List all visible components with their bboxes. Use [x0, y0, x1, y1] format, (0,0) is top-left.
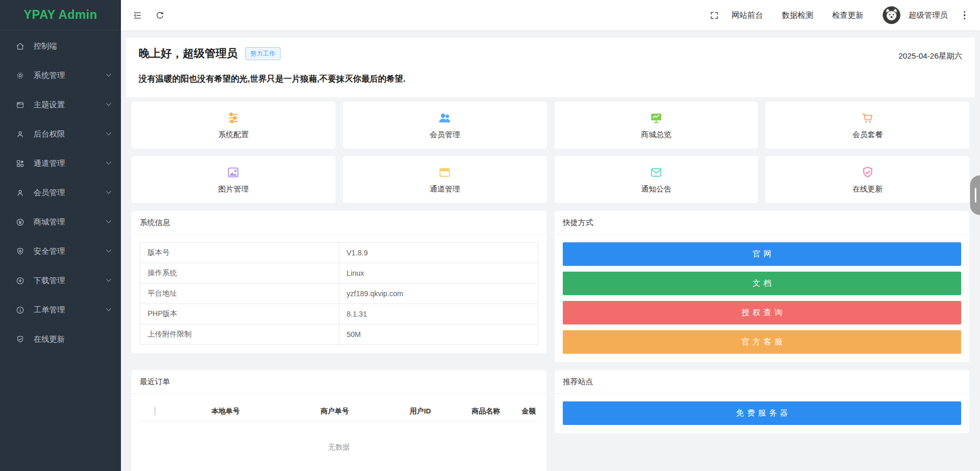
shortcut-card[interactable]: 在线更新	[765, 156, 970, 203]
edge-panel-handle[interactable]	[970, 175, 980, 215]
greeting-title-row: 晚上好，超级管理员 努力工作	[139, 46, 405, 61]
quick-link-button[interactable]: 授权查询	[563, 301, 961, 324]
sidebar-item[interactable]: 系统管理	[0, 61, 121, 90]
chevron-down-icon	[106, 189, 112, 194]
sidebar-item[interactable]: 控制端	[0, 31, 121, 61]
sidebar-item-label: 控制端	[34, 41, 57, 51]
avatar[interactable]	[883, 6, 900, 24]
orders-column-header: 用户ID	[388, 407, 452, 416]
shortcut-card-label: 图片管理	[218, 184, 249, 194]
fullscreen-icon[interactable]	[709, 10, 719, 20]
recent-orders-body: 本地单号商户单号用户ID商品名称金额 无数据	[131, 394, 547, 471]
quick-link-button[interactable]: 官方客服	[563, 330, 961, 354]
shortcut-card[interactable]: 系统配置	[131, 102, 336, 149]
refresh-icon[interactable]	[155, 10, 165, 20]
shortcut-card-label: 商城总览	[641, 130, 671, 140]
system-info-row: PHP版本 8.1.31	[140, 304, 538, 324]
sidebar-item-label: 系统管理	[34, 71, 65, 81]
sidebar-item[interactable]: 在线更新	[0, 324, 121, 354]
chevron-down-icon	[106, 218, 112, 223]
sidebar-item[interactable]: 工单管理	[0, 295, 121, 324]
work-badge: 努力工作	[245, 47, 281, 60]
shortcut-card[interactable]: 通道管理	[343, 156, 547, 203]
sidebar-item-icon	[16, 130, 25, 139]
sidebar-item-label: 后台权限	[34, 129, 65, 139]
quick-links-panel: 快捷方式 官网文档授权查询官方客服	[554, 211, 970, 362]
sidebar-item-label: 主题设置	[34, 100, 65, 110]
topbar: 网站前台数据检测检查更新 超级管理员	[121, 0, 980, 30]
shortcut-card-icon	[861, 111, 875, 125]
panels-row-2: 最近订单 本地单号商户单号用户ID商品名称金额 无数据 推荐站点	[131, 370, 970, 471]
shortcut-card[interactable]: 图片管理	[131, 156, 336, 203]
system-info-row: 上传附件限制 50M	[140, 324, 538, 345]
topbar-link[interactable]: 网站前台	[732, 10, 763, 20]
orders-column-header: 商户单号	[281, 407, 388, 416]
shortcut-card-icon	[438, 111, 452, 125]
topbar-link[interactable]: 检查更新	[832, 10, 864, 20]
orders-table-header: 本地单号商户单号用户ID商品名称金额	[140, 401, 538, 421]
sidebar-item-icon	[16, 42, 25, 51]
page-body: 晚上好，超级管理员 努力工作 没有温暖的阳也没有希望的光,世界只是一片狼藉,不要…	[121, 30, 980, 471]
shortcut-card[interactable]: 会员管理	[343, 102, 547, 149]
system-info-row: 平台地址 yzf189.qkvip.com	[140, 284, 538, 304]
system-info-label: 上传附件限制	[140, 324, 339, 345]
shortcut-card[interactable]: 通知公告	[554, 156, 759, 203]
panels-row-1: 系统信息 版本号 V1.8.9 操作系统 Linux 平台地址 yzf189.q…	[131, 211, 970, 362]
shortcut-card[interactable]: 商城总览	[554, 102, 759, 149]
orders-column-header: 商品名称	[452, 407, 519, 416]
recommended-panel: 推荐站点 免费服务器	[554, 370, 970, 433]
topbar-links: 网站前台数据检测检查更新	[732, 10, 864, 20]
system-info-row: 版本号 V1.8.9	[140, 243, 538, 263]
sidebar-item[interactable]: 后台权限	[0, 119, 121, 149]
sidebar-item[interactable]: 商城管理	[0, 207, 121, 237]
system-info-row: 操作系统 Linux	[140, 263, 538, 284]
sidebar: YPAY Admin 控制端 系统管理 主题设置 后台权限 通道管理 会员管理 …	[0, 0, 121, 471]
shortcut-card-icon	[649, 165, 663, 180]
sidebar-item-label: 安全管理	[34, 246, 65, 256]
sidebar-item-label: 下载管理	[34, 276, 65, 286]
quick-link-button[interactable]: 文档	[563, 272, 961, 295]
shortcut-card-label: 会员管理	[430, 130, 460, 140]
username[interactable]: 超级管理员	[909, 10, 948, 20]
sidebar-item-icon	[16, 335, 25, 344]
more-menu-icon[interactable]	[961, 9, 969, 22]
sidebar-item[interactable]: 主题设置	[0, 90, 121, 119]
select-all-checkbox[interactable]	[154, 407, 155, 416]
sidebar-item[interactable]: 安全管理	[0, 237, 121, 266]
quick-link-button[interactable]: 免费服务器	[563, 401, 961, 425]
collapse-sidebar-icon[interactable]	[132, 10, 142, 20]
quick-link-button[interactable]: 官网	[563, 242, 961, 266]
sidebar-item-icon	[16, 218, 25, 227]
shortcut-card-label: 通知公告	[641, 184, 671, 194]
orders-column-header: 本地单号	[170, 407, 281, 416]
system-info-label: PHP版本	[140, 304, 339, 324]
sidebar-item-icon	[16, 159, 25, 168]
sidebar-item-label: 通道管理	[34, 159, 65, 169]
shortcut-cards: 系统配置 会员管理 商城总览 会员套餐 图片管理 通道管理 通知公告 在线更新	[131, 102, 970, 203]
shortcut-card-icon	[226, 111, 240, 125]
app-root: YPAY Admin 控制端 系统管理 主题设置 后台权限 通道管理 会员管理 …	[0, 0, 980, 471]
recent-orders-title: 最近订单	[131, 370, 547, 394]
quick-links-body: 官网文档授权查询官方客服	[554, 235, 970, 362]
sidebar-item[interactable]: 下载管理	[0, 266, 121, 295]
chevron-down-icon	[106, 72, 112, 77]
shortcut-card[interactable]: 会员套餐	[765, 102, 970, 149]
system-info-rows: 版本号 V1.8.9 操作系统 Linux 平台地址 yzf189.qkvip.…	[140, 243, 538, 345]
sidebar-item-icon	[16, 100, 25, 109]
chevron-down-icon	[106, 248, 112, 253]
quick-links-title: 快捷方式	[554, 211, 970, 235]
shortcut-card-icon	[226, 165, 240, 180]
chevron-down-icon	[106, 160, 112, 165]
sidebar-item[interactable]: 会员管理	[0, 178, 121, 207]
chevron-down-icon	[106, 130, 112, 136]
sidebar-item-icon	[16, 306, 25, 315]
recommended-title: 推荐站点	[554, 370, 970, 394]
shortcut-card-label: 通道管理	[430, 184, 460, 194]
shortcut-card-icon	[649, 111, 663, 125]
chevron-down-icon	[106, 101, 112, 106]
shortcut-card-label: 系统配置	[218, 130, 249, 140]
sidebar-item[interactable]: 通道管理	[0, 149, 121, 178]
shortcut-card-icon	[438, 165, 452, 180]
topbar-link[interactable]: 数据检测	[782, 10, 814, 20]
recent-orders-panel: 最近订单 本地单号商户单号用户ID商品名称金额 无数据	[131, 370, 547, 471]
